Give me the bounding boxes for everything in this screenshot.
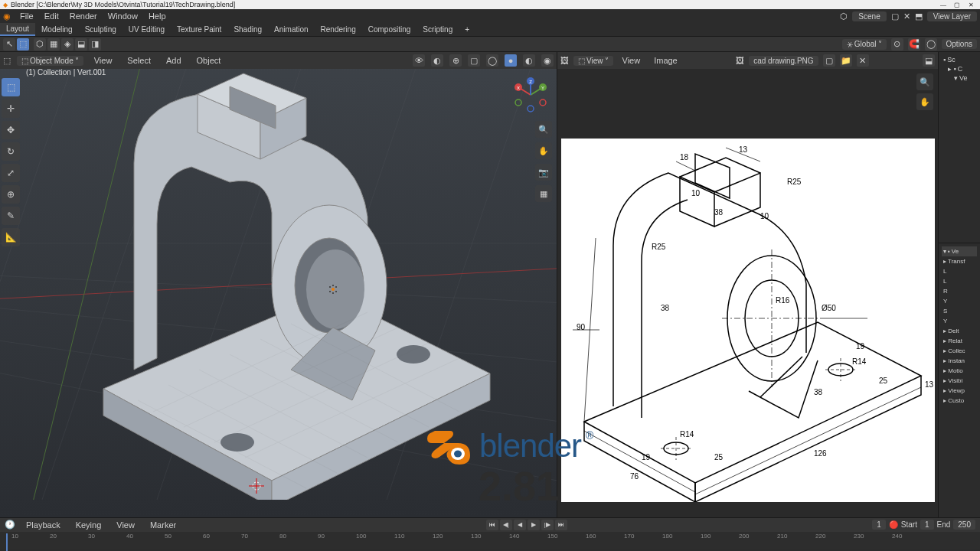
mode-dropdown[interactable]: ⬚ Object Mode ˅ xyxy=(17,56,83,66)
image-filename-field[interactable]: cad drawing.PNG xyxy=(749,56,818,66)
proportional-icon[interactable]: ◯ xyxy=(925,38,937,51)
jump-start-icon[interactable]: ⏮ xyxy=(486,520,498,530)
image-menu-image[interactable]: Image xyxy=(649,54,682,67)
cursor-tool-icon[interactable]: ↖ xyxy=(3,38,15,51)
tab-modeling[interactable]: Modeling xyxy=(35,24,79,35)
image-settings-icon[interactable]: ⬓ xyxy=(923,54,935,67)
cursor-tool[interactable]: ✛ xyxy=(2,99,20,118)
menu-help[interactable]: Help xyxy=(144,10,171,22)
viewport-menu-select[interactable]: Select xyxy=(122,54,155,67)
options-dropdown[interactable]: Options xyxy=(942,39,977,49)
snap-edge-icon[interactable]: ⬓ xyxy=(75,38,87,51)
viewlayer-selector[interactable]: View Layer xyxy=(927,11,977,21)
current-frame-field[interactable]: 1 xyxy=(872,520,886,530)
snap-grid-icon[interactable]: ▦ xyxy=(47,38,60,51)
select-tool-icon[interactable]: ⬚ xyxy=(17,38,29,51)
tab-animation[interactable]: Animation xyxy=(268,24,314,35)
tab-add[interactable]: + xyxy=(459,24,475,35)
maximize-button[interactable]: ▢ xyxy=(951,1,963,8)
viewport-menu-object[interactable]: Object xyxy=(192,54,226,67)
minimize-button[interactable]: — xyxy=(937,1,949,8)
tab-uv-editing[interactable]: UV Editing xyxy=(122,24,171,35)
editor-type-icon[interactable]: ⬚ xyxy=(3,56,11,66)
menu-edit[interactable]: Edit xyxy=(40,10,64,22)
close-button[interactable]: ✕ xyxy=(965,1,977,8)
outliner[interactable]: ▪ Sc ▸ ▪ C ▾ Ve xyxy=(939,52,980,243)
tab-layout[interactable]: Layout xyxy=(0,23,35,36)
shading-wire-icon[interactable]: ◯ xyxy=(486,54,498,67)
menu-file[interactable]: File xyxy=(15,10,38,22)
main-menubar: ◉ File Edit Render Window Help ⬡ Scene ▢… xyxy=(0,9,980,23)
rotate-tool[interactable]: ↻ xyxy=(2,142,20,161)
svg-point-28 xyxy=(306,249,364,329)
outliner-object[interactable]: ▾ Ve xyxy=(942,73,977,83)
tab-rendering[interactable]: Rendering xyxy=(315,24,362,35)
annotate-tool[interactable]: ✎ xyxy=(2,207,20,225)
navigation-gizmo[interactable]: X Y Z xyxy=(511,75,550,115)
xray-icon[interactable]: ▢ xyxy=(468,54,480,67)
menu-render[interactable]: Render xyxy=(65,10,102,22)
snap-toggle-icon[interactable]: 🧲 xyxy=(908,38,920,51)
play-icon[interactable]: ▶ xyxy=(528,520,540,530)
tab-sculpting[interactable]: Sculpting xyxy=(79,24,122,35)
open-image-icon[interactable]: 📁 xyxy=(840,54,852,67)
delete-scene-icon[interactable]: ✕ xyxy=(903,11,910,21)
image-view-dropdown[interactable]: ⬚ View ˅ xyxy=(573,56,613,66)
select-box-tool[interactable]: ⬚ xyxy=(2,78,20,96)
tab-texture-paint[interactable]: Texture Paint xyxy=(171,24,227,35)
scale-tool[interactable]: ⤢ xyxy=(2,164,20,182)
image-pan-icon[interactable]: ✋ xyxy=(916,93,933,110)
menu-window[interactable]: Window xyxy=(103,10,142,22)
new-scene-icon[interactable]: ▢ xyxy=(891,11,899,21)
perspective-icon[interactable]: ▦ xyxy=(535,185,552,202)
timeline-view[interactable]: View xyxy=(112,519,139,531)
shading-rendered-icon[interactable]: ◉ xyxy=(541,54,554,67)
svg-text:R16: R16 xyxy=(776,296,790,305)
timeline-marker[interactable]: Marker xyxy=(145,519,181,531)
snap-face-icon[interactable]: ◨ xyxy=(89,38,101,51)
overlay-toggle-icon[interactable]: ⊕ xyxy=(449,54,462,67)
keyframe-next-icon[interactable]: |▶ xyxy=(541,520,554,530)
pan-icon[interactable]: ✋ xyxy=(535,142,552,159)
tab-shading[interactable]: Shading xyxy=(227,24,268,35)
pivot-icon[interactable]: ⊙ xyxy=(891,38,903,51)
move-tool[interactable]: ✥ xyxy=(2,121,20,139)
play-reverse-icon[interactable]: ◀ xyxy=(514,520,526,530)
snap-magnet-icon[interactable]: ⬡ xyxy=(34,38,46,51)
timeline-editor-icon[interactable]: 🕐 xyxy=(5,520,15,530)
image-menu-view[interactable]: View xyxy=(618,54,645,67)
playhead[interactable] xyxy=(6,533,8,551)
measure-tool[interactable]: 📐 xyxy=(2,228,20,246)
end-frame-field[interactable]: 250 xyxy=(953,520,975,530)
snap-vertex-icon[interactable]: ◈ xyxy=(61,38,74,51)
transform-tool[interactable]: ⊕ xyxy=(2,185,20,204)
orientation-dropdown[interactable]: ⚹ Global ˅ xyxy=(842,39,887,50)
camera-icon[interactable]: 📷 xyxy=(535,164,552,181)
scene-selector[interactable]: Scene xyxy=(852,11,886,21)
jump-end-icon[interactable]: ⏭ xyxy=(555,520,567,530)
zoom-icon[interactable]: 🔍 xyxy=(535,121,552,138)
tab-scripting[interactable]: Scripting xyxy=(416,24,459,35)
timeline-playback[interactable]: Playback xyxy=(21,519,65,531)
image-canvas[interactable]: 18 13 R25 10 38 R25 10 38 R16 Ø50 19 R14… xyxy=(557,122,938,517)
timeline-keying[interactable]: Keying xyxy=(71,519,106,531)
image-zoom-icon[interactable]: 🔍 xyxy=(916,73,933,90)
viewport-menu-add[interactable]: Add xyxy=(162,54,186,67)
image-editor-type-icon[interactable]: 🖼 xyxy=(560,56,569,65)
tab-compositing[interactable]: Compositing xyxy=(362,24,417,35)
shading-material-icon[interactable]: ◐ xyxy=(523,54,535,67)
svg-point-10 xyxy=(515,99,521,106)
viewport-menu-view[interactable]: View xyxy=(90,54,117,67)
visibility-icon[interactable]: 👁 xyxy=(413,54,425,67)
shading-solid-icon[interactable]: ● xyxy=(505,54,517,67)
unlink-image-icon[interactable]: ✕ xyxy=(857,54,869,67)
gizmo-toggle-icon[interactable]: ◐ xyxy=(431,54,443,67)
timeline-ruler[interactable]: 1020304050607080901001101201301401501601… xyxy=(0,532,980,549)
keyframe-prev-icon[interactable]: ◀| xyxy=(500,520,512,530)
outliner-collection[interactable]: ▸ ▪ C xyxy=(942,64,977,73)
properties-panel[interactable]: ▾ ▪ Ve ▸ Transf L L R Y S Y ▸ Delt ▸ Rel… xyxy=(939,243,980,517)
new-image-icon[interactable]: ▢ xyxy=(823,54,835,67)
outliner-scene[interactable]: ▪ Sc xyxy=(942,55,977,64)
start-frame-field[interactable]: 1 xyxy=(920,520,934,530)
auto-key-icon[interactable]: 🔴 xyxy=(889,520,898,529)
